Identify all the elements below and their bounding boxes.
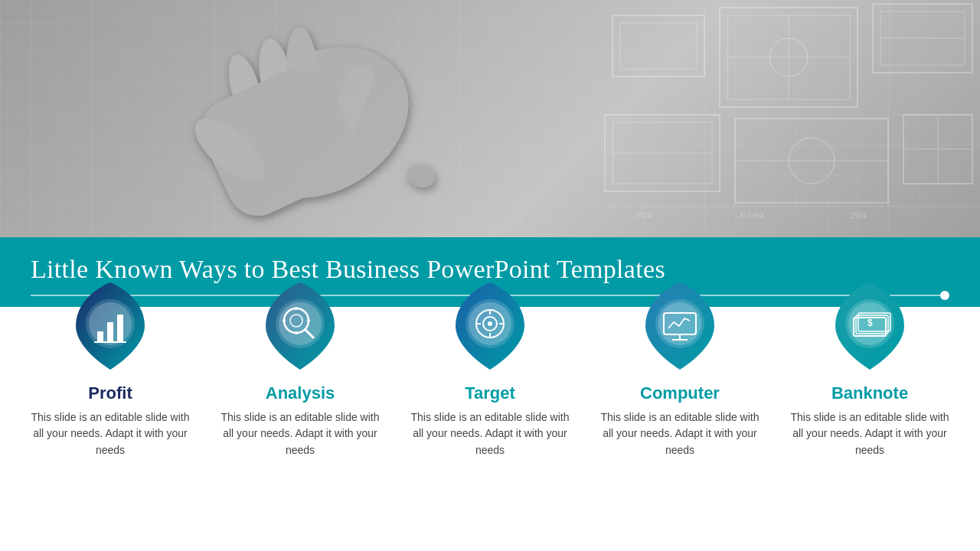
card-target-title: Target	[465, 383, 515, 403]
card-computer-text: This slide is an editable slide with all…	[596, 409, 764, 459]
card-analysis-text: This slide is an editable slide with all…	[216, 409, 384, 459]
cards-container: Profit This slide is an editable slide w…	[0, 307, 980, 459]
svg-rect-33	[97, 331, 103, 342]
badge-target	[440, 276, 540, 376]
card-target-text: This slide is an editable slide with all…	[406, 409, 574, 459]
svg-rect-35	[117, 315, 123, 342]
badge-banknote: $	[820, 276, 920, 376]
svg-text:-3-1/64: -3-1/64	[735, 212, 764, 220]
svg-text:$: $	[867, 318, 873, 328]
card-analysis: Analysis This slide is an editable slide…	[216, 307, 384, 459]
svg-point-45	[307, 319, 310, 322]
card-computer: Computer This slide is an editable slide…	[596, 307, 764, 459]
banner-line-dot	[940, 291, 949, 300]
card-profit-text: This slide is an editable slide with all…	[26, 409, 194, 459]
card-banknote-text: This slide is an editable slide with all…	[786, 409, 954, 459]
svg-text:2524: 2524	[850, 212, 867, 220]
hero-section: 2524 -3-1/64 2524	[0, 0, 980, 237]
card-banknote-title: Banknote	[831, 383, 908, 403]
svg-point-43	[295, 331, 298, 334]
svg-point-44	[283, 319, 286, 322]
svg-rect-34	[107, 322, 113, 342]
card-target: Target This slide is an editable slide w…	[406, 307, 574, 459]
svg-point-42	[295, 307, 298, 310]
hand-illustration	[77, 0, 651, 237]
blueprint-decoration: 2524 -3-1/64 2524	[597, 0, 980, 237]
badge-analysis	[250, 276, 350, 376]
card-profit-title: Profit	[88, 383, 132, 403]
card-banknote: $ Banknote This slide is an editable sli…	[786, 307, 954, 459]
svg-point-50	[488, 321, 492, 326]
badge-computer	[630, 276, 730, 376]
svg-point-25	[404, 161, 437, 191]
card-profit: Profit This slide is an editable slide w…	[26, 307, 194, 459]
badge-profit	[60, 276, 160, 376]
card-analysis-title: Analysis	[266, 383, 335, 403]
card-computer-title: Computer	[640, 383, 720, 403]
